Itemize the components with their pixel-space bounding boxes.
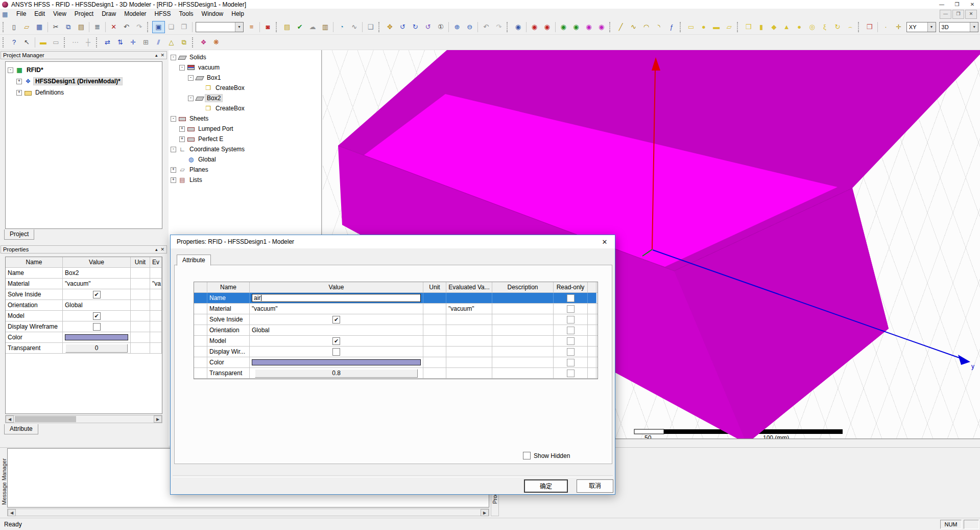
collapse-toggle-icon[interactable]: - (171, 116, 176, 122)
property-row-display-wir[interactable]: Display Wir... (194, 347, 597, 357)
expand-toggle-icon[interactable]: + (16, 79, 22, 84)
tree-item-createbox[interactable]: ❒CreateBox (169, 103, 321, 113)
row-selector[interactable] (194, 314, 207, 325)
redo-icon[interactable]: ↷ (133, 21, 146, 33)
rotate-screen-icon[interactable]: ↺ (422, 21, 435, 33)
scroll-left-icon[interactable]: ◀ (6, 416, 14, 423)
restore-button[interactable]: ❐ (949, 0, 965, 9)
mdi-close-button[interactable]: ✕ (965, 10, 977, 19)
zoom-out-icon[interactable]: ⊖ (463, 21, 476, 33)
property-value[interactable]: ✔ (250, 314, 423, 325)
surface-outline-icon[interactable]: ▭ (50, 36, 62, 49)
checkbox-solve-inside[interactable]: ✔ (93, 291, 101, 298)
solution-setup-icon[interactable]: ▤ (281, 21, 294, 33)
show-everything-icon[interactable]: ◉ (595, 21, 608, 33)
align-icon[interactable]: ⊞ (139, 36, 152, 49)
menu-view[interactable]: View (49, 9, 70, 19)
draw-spiral-icon[interactable]: ↻ (831, 21, 844, 33)
column-header-read-only[interactable]: Read-only (554, 282, 588, 292)
column-header-value[interactable]: Value (63, 257, 131, 267)
property-row-transparent[interactable]: Transparent0.8 (194, 368, 597, 379)
row-selector[interactable] (194, 336, 207, 346)
draw-line-icon[interactable]: ╱ (614, 21, 627, 33)
property-value[interactable]: 0.8 (250, 368, 423, 378)
draw-arc-center-icon[interactable]: ◠ (640, 21, 653, 33)
checkbox-display-wir[interactable] (332, 348, 340, 356)
draw-spline-icon[interactable]: ∿ (627, 21, 640, 33)
collapse-toggle-icon[interactable]: - (8, 67, 13, 73)
view-undo-icon[interactable]: ↶ (480, 21, 492, 33)
tree-item-coordinate-systems[interactable]: -∟Coordinate Systems (169, 144, 321, 154)
checkbox-display-wireframe[interactable] (93, 323, 101, 331)
move-free-icon[interactable]: ✛ (127, 36, 139, 49)
dialog-close-icon[interactable]: ✕ (594, 238, 615, 246)
select-object-icon[interactable]: ▣ (152, 21, 165, 33)
close-button[interactable]: ✕ (965, 0, 980, 9)
move-x-icon[interactable]: ⇄ (101, 36, 114, 49)
draw-box-icon[interactable]: ❒ (742, 21, 755, 33)
draw-region-icon[interactable]: ❒ (863, 21, 876, 33)
show-all-icon[interactable]: ◉ (570, 21, 583, 33)
column-header-unit[interactable]: Unit (423, 282, 446, 292)
cancel-button[interactable]: 取消 (577, 479, 613, 493)
mdi-restore-button[interactable]: ❐ (952, 10, 964, 19)
view-mode-combo[interactable]: 3D▼ (939, 22, 979, 32)
menu-hfss[interactable]: HFSS (151, 9, 175, 19)
draw-rectangle-icon[interactable]: ▭ (685, 21, 698, 33)
property-row-solve-inside[interactable]: Solve Inside✔ (6, 289, 162, 300)
menu-edit[interactable]: Edit (30, 9, 49, 19)
delete-icon[interactable]: ✕ (107, 21, 120, 33)
show-selection-icon[interactable]: ◉ (557, 21, 570, 33)
property-row-material[interactable]: Material"vacuum""va (6, 279, 162, 289)
create-plane-icon[interactable]: ✛ (892, 21, 905, 33)
collapse-toggle-icon[interactable]: - (188, 96, 194, 101)
property-row-material[interactable]: Material"vacuum""vacuum" (194, 304, 597, 314)
paste-icon[interactable]: ▤ (75, 21, 87, 33)
draw-equation-curve-icon[interactable]: ƒ (665, 21, 678, 33)
tree-item-box2[interactable]: -Box2 (169, 93, 321, 103)
surface-icon[interactable]: ▬ (37, 36, 50, 49)
checkbox-model[interactable]: ✔ (93, 312, 101, 320)
message-manager-scrollbar[interactable]: ◀ ▶ (7, 509, 489, 516)
duplicate-mirror-icon[interactable]: ⧉ (178, 36, 190, 49)
draw-arc-3pt-icon[interactable]: ◝ (653, 21, 665, 33)
tree-item-perfect-e[interactable]: +Perfect E (169, 134, 321, 144)
column-header-name[interactable]: Name (207, 282, 250, 292)
optimetrics-icon[interactable]: ◔ (335, 21, 348, 33)
view-redo-icon[interactable]: ↷ (492, 21, 505, 33)
panel-pin-icon[interactable]: ▴ (155, 53, 158, 58)
validate-icon[interactable]: ✔ (294, 21, 306, 33)
cut-icon[interactable]: ✂ (50, 21, 62, 33)
property-row-name[interactable]: NameBox2 (6, 268, 162, 279)
row-selector[interactable] (194, 304, 207, 314)
scroll-left-icon[interactable]: ◀ (8, 509, 16, 516)
row-selector[interactable] (194, 293, 207, 303)
ok-button[interactable]: 确定 (524, 479, 568, 493)
readonly-checkbox[interactable] (567, 348, 575, 356)
property-row-color[interactable]: Color (6, 332, 162, 343)
pan-icon[interactable]: ✥ (384, 21, 396, 33)
fit-all-icon[interactable]: ◉ (512, 21, 524, 33)
row-selector[interactable] (194, 347, 207, 357)
tree-item-vacuum[interactable]: -vacuum (169, 62, 321, 73)
tree-item-rfid[interactable]: -▦RFID* (6, 64, 162, 76)
checkbox-solve-inside[interactable]: ✔ (332, 316, 340, 324)
show-hidden-checkbox[interactable] (523, 452, 531, 459)
property-value[interactable] (63, 332, 131, 342)
rotate-center-icon[interactable]: ↺ (396, 21, 409, 33)
color-swatch[interactable] (252, 359, 421, 365)
tab-attribute[interactable]: Attribute (4, 424, 38, 434)
menu-help[interactable]: Help (227, 9, 248, 19)
tree-item-box1[interactable]: -Box1 (169, 73, 321, 83)
move-y-icon[interactable]: ⇅ (114, 36, 127, 49)
tree-item-hfssdesign1-drivenmodal[interactable]: +❖HFSSDesign1 (DrivenModal)* (6, 76, 162, 87)
report-icon[interactable]: ∿ (348, 21, 361, 33)
tree-item-global[interactable]: ◍Global (169, 154, 321, 165)
property-value[interactable]: ✔ (63, 311, 131, 321)
property-value[interactable] (250, 357, 423, 367)
duplicate-axis-icon[interactable]: △ (165, 36, 178, 49)
row-selector[interactable] (194, 357, 207, 367)
panel-pin-icon[interactable]: ▴ (155, 247, 158, 252)
select-multi-icon[interactable]: ❐ (178, 21, 190, 33)
property-row-transparent[interactable]: Transparent0 (6, 343, 162, 354)
